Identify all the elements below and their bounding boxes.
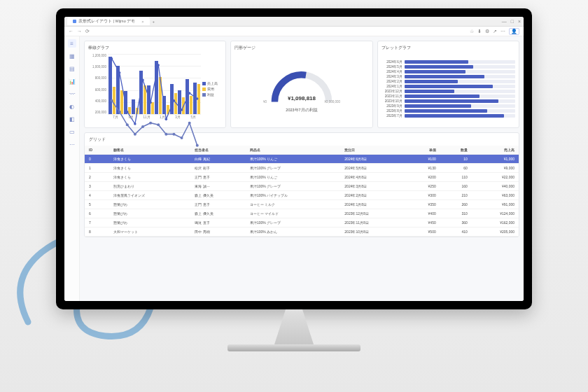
gauge-title: 円形ゲージ — [234, 45, 368, 51]
window-maximize-icon[interactable]: □ — [511, 19, 514, 24]
browser-tab[interactable]: 表形式レイアウト | Wijmo デモ× — [67, 18, 150, 25]
combo-chart-card: 棒線グラフ 1,200,0001,000,000800,000600,00040… — [84, 41, 226, 128]
bullet-row: 2024年1月 — [382, 85, 515, 88]
bullet-row: 2024年6月 — [382, 60, 515, 64]
bullet-chart-card: ブレットグラフ 2024年6月2024年5月2024年4月2024年3月2024… — [377, 41, 519, 128]
browser-titlebar: 表形式レイアウト | Wijmo デモ× + — □ × — [64, 17, 524, 27]
table-row[interactable]: 2洋食さくら正門 恵子果汁100% りんご2024年4月8日¥200110¥22… — [85, 173, 519, 182]
data-grid[interactable]: ID顧客名担当者名商品名受注日単価数量売上高 0洋食さくら白樺 真紀果汁100%… — [85, 146, 519, 237]
gauge-card: 円形ゲージ ¥1,098,818 ¥0¥2,000,000 2023年7月の利益 — [230, 41, 372, 128]
bullet-row: 2023年7月 — [382, 114, 515, 118]
bullet-row: 2023年8月 — [382, 109, 515, 113]
bullet-row: 2024年4月 — [382, 70, 515, 74]
new-tab-button[interactable]: + — [153, 20, 155, 24]
column-header[interactable]: 受注日 — [340, 146, 407, 155]
app-sidebar: ≡ ▦ ▤ 📊 〰 ◐ ◧ ▭ ⋯ — [64, 36, 80, 301]
table-row[interactable]: 7惣菜びわ鳴滝 直子果汁100% グレープ2023年11月8日¥450360¥1… — [85, 218, 519, 227]
nav-back-icon[interactable]: ← — [69, 29, 74, 34]
window-minimize-icon[interactable]: — — [502, 19, 507, 24]
gauge-min: ¥0 — [263, 100, 267, 104]
chart-legend: 売上高費用利益 — [202, 54, 222, 124]
table-row[interactable]: 8大和マーケット田中 秀樹果汁100% みかん2023年10月8日¥500410… — [85, 227, 519, 237]
favorite-icon[interactable]: ☆ — [470, 29, 474, 34]
sidebar-item-panel[interactable]: ◧ — [68, 115, 76, 123]
combo-bars — [108, 54, 201, 114]
bullet-row: 2023年9月 — [382, 104, 515, 108]
nav-reload-icon[interactable]: ⟳ — [85, 29, 90, 34]
table-row[interactable]: 4洋食屋風ライオンズ森上 優久美果汁100% パイナップル2024年2月8日¥3… — [85, 191, 519, 200]
browser-toolbar: ← → ⟳ ☆ ⬇ ⚙ ↗ ⋯ 👤 — [64, 27, 524, 36]
combo-chart-title: 棒線グラフ — [88, 45, 222, 51]
gauge-max: ¥2,000,000 — [324, 100, 340, 104]
y-axis-labels: 1,200,0001,000,000800,000600,000400,0002… — [88, 54, 108, 114]
sidebar-item-line[interactable]: 〰 — [68, 90, 76, 98]
column-header[interactable]: 顧客名 — [109, 146, 191, 155]
table-row[interactable]: 1洋食さくら松沢 彩子果汁100% グレープ2024年5月8日¥13060¥9,… — [85, 164, 519, 173]
sidebar-item-table[interactable]: ▤ — [68, 64, 76, 73]
table-row[interactable]: 0洋食さくら白樺 真紀果汁100% りんご2024年6月8日¥10010¥1,0… — [85, 155, 519, 164]
settings-icon[interactable]: ⚙ — [485, 29, 489, 34]
table-row[interactable]: 6惣菜びわ森上 優久美コーヒー マイルド2023年12月8日¥400310¥12… — [85, 209, 519, 218]
x-axis-labels: 7月9月11月1月3月5月 — [108, 115, 201, 124]
window-close-icon[interactable]: × — [518, 19, 521, 24]
share-icon[interactable]: ↗ — [493, 29, 497, 34]
table-row[interactable]: 5惣菜びわ正門 恵子コーヒー ミルク2024年1月8日¥350260¥91,00… — [85, 200, 519, 209]
sidebar-item-menu[interactable]: ≡ — [68, 39, 76, 48]
sidebar-item-grid[interactable]: ▦ — [68, 52, 76, 60]
sidebar-item-layout[interactable]: ▭ — [68, 127, 76, 136]
column-header[interactable]: 売上高 — [472, 146, 519, 155]
bullet-chart-title: ブレットグラフ — [382, 45, 515, 51]
data-grid-card: グリッド ID顧客名担当者名商品名受注日単価数量売上高 0洋食さくら白樺 真紀果… — [84, 132, 519, 237]
column-header[interactable]: 単価 — [407, 146, 440, 155]
table-row[interactable]: 3割烹ひまわり東海 誠一果汁100% グレープ2024年3月8日¥250160¥… — [85, 182, 519, 191]
bullet-row: 2024年2月 — [382, 80, 515, 83]
sidebar-item-more[interactable]: ⋯ — [68, 140, 76, 148]
nav-forward-icon[interactable]: → — [77, 29, 82, 34]
tab-title: 表形式レイアウト | Wijmo デモ — [78, 19, 135, 24]
bullet-row: 2023年11月 — [382, 94, 515, 98]
svg-point-4 — [141, 125, 144, 128]
grid-title: グリッド — [85, 136, 519, 146]
sidebar-item-gauge[interactable]: ◐ — [68, 102, 76, 111]
tab-favicon — [73, 20, 76, 23]
downloads-icon[interactable]: ⬇ — [477, 29, 482, 34]
column-header[interactable]: ID — [85, 146, 109, 155]
bullet-row: 2024年5月 — [382, 65, 515, 69]
column-header[interactable]: 数量 — [440, 146, 472, 155]
bullet-row: 2023年10月 — [382, 99, 515, 103]
sidebar-item-chart[interactable]: 📊 — [68, 77, 76, 85]
bullet-row: 2023年12月 — [382, 90, 515, 93]
more-icon[interactable]: ⋯ — [500, 29, 505, 34]
gauge-subtitle: 2023年7月の利益 — [286, 108, 317, 113]
column-header[interactable]: 商品名 — [246, 146, 340, 155]
bullet-row: 2024年3月 — [382, 75, 515, 78]
tab-close-icon[interactable]: × — [141, 20, 144, 24]
profile-icon[interactable]: 👤 — [509, 28, 519, 35]
column-header[interactable]: 担当者名 — [190, 146, 246, 155]
